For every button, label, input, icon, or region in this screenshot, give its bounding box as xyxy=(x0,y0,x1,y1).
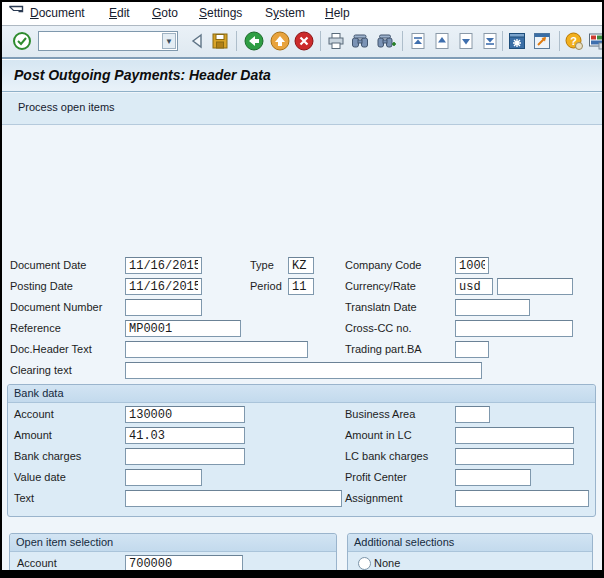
amount-in-lc-label: Amount in LC xyxy=(345,429,412,441)
menu-item-document[interactable]: Document xyxy=(30,6,85,20)
text-field[interactable] xyxy=(125,490,342,507)
command-input[interactable] xyxy=(38,31,178,51)
text-label: Text xyxy=(14,492,34,504)
bank-account-label: Account xyxy=(14,408,54,420)
document-number-field[interactable] xyxy=(125,299,202,316)
assignment-label: Assignment xyxy=(345,492,402,504)
help-icon[interactable]: ? xyxy=(564,31,584,51)
cross-cc-label: Cross-CC no. xyxy=(345,322,412,334)
menu-item-edit[interactable]: Edit xyxy=(109,6,130,20)
company-code-label: Company Code xyxy=(345,259,421,271)
toolbar-separator xyxy=(236,31,237,51)
currency-rate-label: Currency/Rate xyxy=(345,280,416,292)
exit-icon[interactable] xyxy=(270,31,290,51)
clearing-text-label: Clearing text xyxy=(10,364,72,376)
bank-data-title: Bank data xyxy=(8,385,595,401)
print-icon[interactable] xyxy=(326,31,346,51)
reference-field[interactable] xyxy=(125,320,241,337)
trading-part-ba-field[interactable] xyxy=(455,341,489,358)
annotation-corner-icon xyxy=(578,571,588,578)
annotation-corner-icon xyxy=(353,571,363,578)
amount-label: Amount xyxy=(14,429,52,441)
value-date-label: Value date xyxy=(14,471,66,483)
sap-window: Document Edit Goto Settings System Help … xyxy=(0,0,604,578)
bank-data-header: Bank data xyxy=(8,385,595,403)
menu-item-settings[interactable]: Settings xyxy=(199,6,242,20)
toolbar-separator xyxy=(559,31,560,51)
create-shortcut-icon[interactable] xyxy=(532,31,552,51)
profit-center-field[interactable] xyxy=(455,469,531,486)
toolbar-separator xyxy=(320,31,321,51)
menu-bar: Document Edit Goto Settings System Help xyxy=(2,2,602,26)
annotation-brackets xyxy=(353,571,588,578)
posting-date-label: Posting Date xyxy=(10,280,73,292)
cancel-icon[interactable] xyxy=(294,31,314,51)
previous-page-icon[interactable] xyxy=(432,31,452,51)
bank-charges-field[interactable] xyxy=(125,448,245,465)
toolbar-separator xyxy=(502,31,503,51)
doc-header-text-field[interactable] xyxy=(125,341,308,358)
business-area-field[interactable] xyxy=(455,406,490,423)
additional-selections-header: Additional selections xyxy=(348,534,592,552)
document-number-label: Document Number xyxy=(10,301,102,313)
trading-part-ba-label: Trading part.BA xyxy=(345,343,422,355)
translatn-date-field[interactable] xyxy=(455,299,530,316)
process-open-items-button[interactable]: Process open items xyxy=(18,101,115,113)
document-date-field[interactable] xyxy=(125,257,202,274)
cross-cc-field[interactable] xyxy=(455,320,573,337)
radio-none-label[interactable]: None xyxy=(374,557,400,569)
type-label: Type xyxy=(250,259,274,271)
assignment-field[interactable] xyxy=(455,490,589,507)
business-area-label: Business Area xyxy=(345,408,415,420)
enter-icon[interactable] xyxy=(12,31,32,51)
page-title: Post Outgoing Payments: Header Data xyxy=(14,67,271,83)
save-icon[interactable] xyxy=(210,31,230,51)
radio-none[interactable] xyxy=(358,557,371,570)
next-page-icon[interactable] xyxy=(456,31,476,51)
additional-selections-group: Additional selections xyxy=(347,533,593,578)
type-field[interactable] xyxy=(288,257,314,274)
first-page-icon[interactable] xyxy=(408,31,428,51)
posting-date-field[interactable] xyxy=(125,278,202,295)
bank-account-field[interactable] xyxy=(125,406,245,423)
menu-item-goto[interactable]: Goto xyxy=(152,6,178,20)
customize-layout-icon[interactable] xyxy=(587,31,604,51)
rate-field[interactable] xyxy=(497,278,573,295)
translatn-date-label: Translatn Date xyxy=(345,301,417,313)
standard-toolbar: ▼ xyxy=(2,26,602,59)
back-icon[interactable] xyxy=(244,31,264,51)
amount-field[interactable] xyxy=(125,427,245,444)
clearing-text-field[interactable] xyxy=(125,362,482,379)
amount-in-lc-field[interactable] xyxy=(455,427,574,444)
oi-account-field[interactable] xyxy=(125,555,243,572)
last-page-icon[interactable] xyxy=(480,31,500,51)
oi-account-label: Account xyxy=(17,557,57,569)
document-date-label: Document Date xyxy=(10,259,86,271)
additional-selections-title: Additional selections xyxy=(348,534,592,550)
menu-item-system[interactable]: System xyxy=(265,6,305,20)
find-next-icon[interactable] xyxy=(376,31,396,51)
command-dropdown-icon[interactable]: ▼ xyxy=(162,33,176,49)
period-field[interactable] xyxy=(288,278,314,295)
title-bar: Post Outgoing Payments: Header Data xyxy=(2,59,602,92)
window-menu-icon[interactable] xyxy=(8,5,26,25)
collapse-command-field-icon[interactable] xyxy=(188,31,208,51)
doc-header-text-label: Doc.Header Text xyxy=(10,343,92,355)
open-item-selection-header: Open item selection xyxy=(10,534,336,552)
period-label: Period xyxy=(250,280,282,292)
profit-center-label: Profit Center xyxy=(345,471,407,483)
open-item-selection-title: Open item selection xyxy=(10,534,336,550)
value-date-field[interactable] xyxy=(125,469,202,486)
lc-bank-charges-label: LC bank charges xyxy=(345,450,428,462)
reference-label: Reference xyxy=(10,322,61,334)
content-area: Document Date Posting Date Document Numb… xyxy=(2,125,602,570)
find-icon[interactable] xyxy=(350,31,370,51)
toolbar-separator xyxy=(402,31,403,51)
company-code-field[interactable] xyxy=(455,257,489,274)
menu-item-help[interactable]: Help xyxy=(325,6,350,20)
lc-bank-charges-field[interactable] xyxy=(455,448,574,465)
new-session-icon[interactable] xyxy=(507,31,527,51)
currency-field[interactable] xyxy=(455,278,493,295)
application-toolbar: Process open items xyxy=(2,93,602,125)
bank-charges-label: Bank charges xyxy=(14,450,81,462)
